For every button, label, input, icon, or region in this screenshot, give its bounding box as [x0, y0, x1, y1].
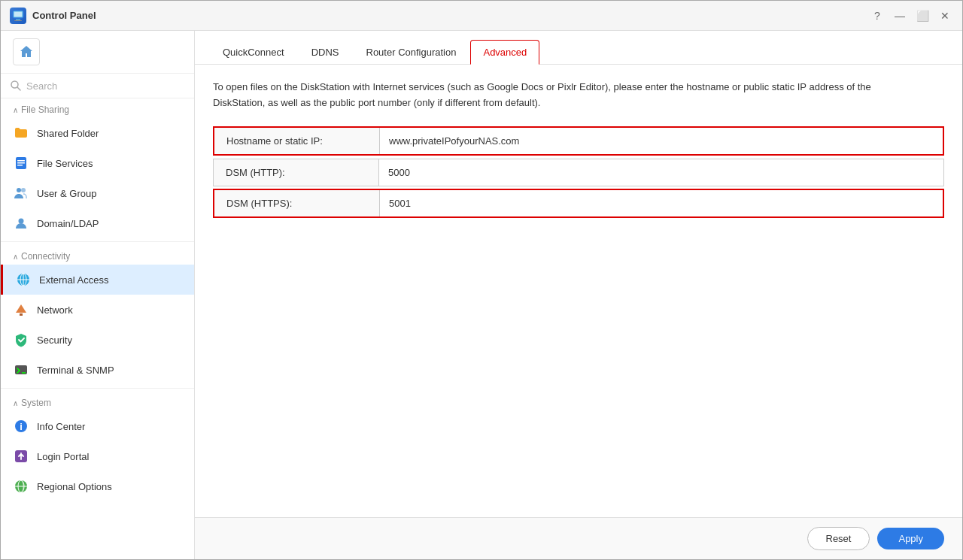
- dsm-http-value: [379, 159, 943, 186]
- sidebar-label-terminal: Terminal & SNMP: [37, 365, 114, 376]
- svg-point-11: [17, 188, 21, 192]
- chevron-system: ∧: [13, 399, 18, 407]
- apply-button[interactable]: Apply: [877, 528, 944, 549]
- section-connectivity: ∧ Connectivity External Access: [1, 245, 194, 385]
- search-bar: [1, 74, 194, 98]
- sidebar-item-security[interactable]: Security: [1, 325, 194, 355]
- sidebar-item-user-group[interactable]: User & Group: [1, 178, 194, 208]
- title-bar: Control Panel ? — ⬜ ✕: [1, 1, 962, 31]
- window-title: Control Panel: [32, 10, 869, 21]
- hostname-value: [380, 128, 943, 154]
- sidebar-label-external-access: External Access: [39, 274, 109, 286]
- section-header-file-sharing[interactable]: ∧ File Sharing: [1, 98, 194, 118]
- hostname-label: Hostname or static IP:: [214, 128, 380, 154]
- shared-folder-icon: [13, 125, 29, 141]
- control-panel-window: Control Panel ? — ⬜ ✕: [0, 0, 963, 560]
- dsm-https-row: DSM (HTTPS):: [213, 189, 944, 218]
- chevron-connectivity: ∧: [13, 253, 18, 261]
- sidebar-item-info-center[interactable]: i Info Center: [1, 411, 194, 441]
- sidebar-home: [1, 31, 194, 74]
- minimize-button[interactable]: —: [892, 8, 908, 24]
- section-label-file-sharing: File Sharing: [21, 104, 69, 115]
- section-header-system[interactable]: ∧ System: [1, 392, 194, 411]
- sidebar-item-terminal-snmp[interactable]: Terminal & SNMP: [1, 355, 194, 385]
- sidebar-label-file-services: File Services: [37, 158, 93, 169]
- sidebar: ∧ File Sharing Shared Folder: [1, 31, 195, 559]
- external-access-icon: [15, 271, 32, 288]
- svg-rect-18: [20, 313, 23, 316]
- terminal-icon: [13, 362, 29, 378]
- dsm-https-value: [380, 190, 943, 216]
- tab-quickconnect[interactable]: QuickConnect: [210, 40, 297, 64]
- dsm-http-input[interactable]: [388, 167, 539, 178]
- svg-text:i: i: [20, 421, 23, 432]
- content-area: QuickConnect DDNS Router Configuration A…: [195, 31, 962, 559]
- svg-line-6: [17, 87, 20, 90]
- search-icon: [10, 80, 22, 92]
- sidebar-label-shared-folder: Shared Folder: [37, 128, 99, 139]
- footer: Reset Apply: [195, 517, 962, 559]
- home-button[interactable]: [13, 38, 40, 65]
- sidebar-label-security: Security: [37, 334, 72, 346]
- description-text: To open files on the DiskStation with In…: [213, 80, 890, 111]
- search-input[interactable]: [26, 80, 185, 92]
- app-icon: [10, 8, 26, 24]
- svg-rect-9: [17, 162, 25, 164]
- sidebar-label-info-center: Info Center: [37, 421, 85, 432]
- info-center-icon: i: [13, 418, 29, 434]
- sidebar-label-regional-options: Regional Options: [37, 481, 112, 492]
- login-portal-icon: [13, 448, 29, 465]
- close-button[interactable]: ✕: [937, 8, 953, 24]
- form-container: Hostname or static IP: DSM (HTTP):: [213, 126, 944, 218]
- network-icon: [13, 301, 29, 318]
- sidebar-item-regional-options[interactable]: Regional Options: [1, 471, 194, 501]
- regional-options-icon: [13, 478, 29, 495]
- sidebar-label-domain: Domain/LDAP: [37, 218, 99, 229]
- sidebar-item-login-portal[interactable]: Login Portal: [1, 441, 194, 471]
- tab-ddns[interactable]: DDNS: [299, 40, 352, 64]
- security-icon: [13, 331, 29, 348]
- svg-rect-10: [17, 165, 23, 166]
- sidebar-label-network: Network: [37, 304, 73, 316]
- sidebar-item-shared-folder[interactable]: Shared Folder: [1, 118, 194, 148]
- user-group-icon: [13, 185, 29, 201]
- content-body: To open files on the DiskStation with In…: [195, 65, 962, 517]
- dsm-https-input[interactable]: [389, 198, 539, 209]
- section-user-group: User & Group Domain/LDAP: [1, 178, 194, 238]
- sidebar-item-domain-ldap[interactable]: Domain/LDAP: [1, 208, 194, 238]
- section-label-system: System: [21, 398, 51, 408]
- section-header-connectivity[interactable]: ∧ Connectivity: [1, 245, 194, 265]
- maximize-button[interactable]: ⬜: [914, 8, 931, 24]
- hostname-row: Hostname or static IP:: [213, 126, 944, 156]
- dsm-https-label: DSM (HTTPS):: [214, 190, 380, 216]
- hostname-input[interactable]: [389, 135, 539, 147]
- section-file-sharing: ∧ File Sharing Shared Folder: [1, 98, 194, 178]
- main-layout: ∧ File Sharing Shared Folder: [1, 31, 962, 559]
- sidebar-label-user-group: User & Group: [37, 188, 96, 199]
- svg-rect-8: [17, 160, 25, 162]
- section-label-connectivity: Connectivity: [21, 251, 70, 262]
- sidebar-item-network[interactable]: Network: [1, 295, 194, 325]
- window-controls: ? — ⬜ ✕: [869, 8, 953, 24]
- dsm-http-row: DSM (HTTP):: [213, 159, 944, 186]
- file-services-icon: [13, 155, 29, 171]
- reset-button[interactable]: Reset: [807, 527, 870, 550]
- svg-rect-2: [14, 20, 22, 21]
- tab-bar: QuickConnect DDNS Router Configuration A…: [195, 31, 962, 65]
- sidebar-label-login-portal: Login Portal: [37, 451, 89, 462]
- svg-rect-4: [14, 12, 22, 17]
- dsm-http-label: DSM (HTTP):: [214, 159, 379, 186]
- tab-advanced[interactable]: Advanced: [470, 40, 539, 65]
- domain-icon: [13, 215, 29, 232]
- svg-rect-1: [16, 19, 20, 20]
- svg-point-13: [19, 219, 24, 224]
- tab-router-configuration[interactable]: Router Configuration: [354, 40, 469, 64]
- section-system: ∧ System i Info Center: [1, 392, 194, 501]
- sidebar-item-external-access[interactable]: External Access: [1, 265, 194, 295]
- svg-point-12: [21, 188, 26, 192]
- chevron-file-sharing: ∧: [13, 106, 18, 114]
- sidebar-item-file-services[interactable]: File Services: [1, 148, 194, 178]
- help-button[interactable]: ?: [869, 8, 886, 24]
